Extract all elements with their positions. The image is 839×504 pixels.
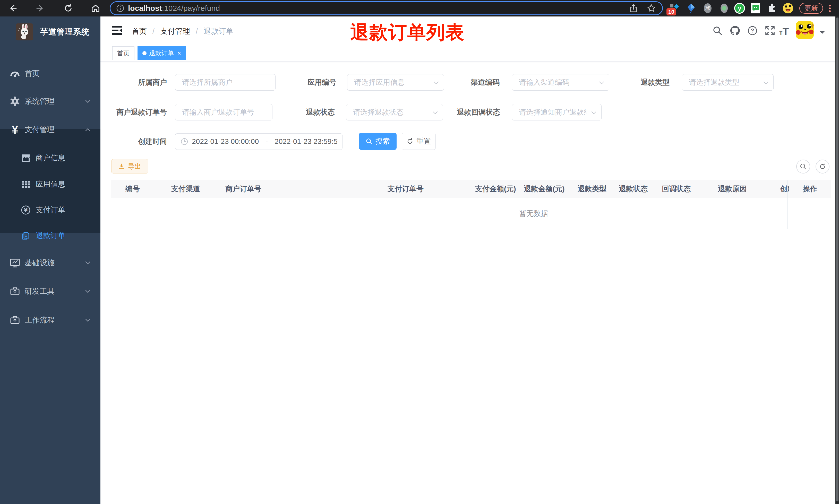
active-tab-dot (142, 51, 146, 55)
svg-text:y: y (738, 5, 742, 12)
svg-text:⌘: ⌘ (705, 5, 711, 12)
col-id[interactable]: 编号 (125, 180, 140, 198)
refresh-table-button[interactable] (816, 160, 829, 174)
sidebar-item-home[interactable]: 首页 (0, 61, 101, 87)
reset-button[interactable]: 重置 (402, 133, 436, 150)
share-icon[interactable] (629, 4, 638, 13)
extension-tiles-icon[interactable]: 10 (668, 3, 680, 14)
merchant-label: 所属商户 (108, 74, 167, 91)
browser-update-button[interactable]: 更新 (799, 3, 823, 14)
breadcrumb-home[interactable]: 首页 (132, 27, 147, 35)
extension-circle-icon[interactable] (718, 3, 730, 14)
channel-select[interactable]: 请输入渠道编码 (512, 74, 609, 91)
chevron-up-icon (84, 126, 92, 133)
extension-puzzle-icon[interactable] (766, 3, 778, 14)
shop-icon (21, 153, 31, 163)
logo-rabbit-image (16, 23, 33, 40)
avatar[interactable] (796, 21, 814, 39)
sidebar-item-dev-tools[interactable]: 研发工具 (0, 278, 101, 304)
create-time-label: 创建时间 (108, 133, 167, 150)
tab-home[interactable]: 首页 (112, 46, 135, 60)
merchant-refund-no-label: 商户退款订单号 (108, 104, 167, 121)
page-title: 退款订单列表 (350, 20, 465, 45)
merchant-refund-no-input[interactable] (175, 104, 272, 121)
extension-badge: 10 (666, 8, 676, 15)
col-pay-channel[interactable]: 支付渠道 (171, 180, 200, 198)
sidebar-item-pay-order[interactable]: ¥ 支付订单 (0, 197, 101, 223)
col-create-time[interactable]: 创建时间 (780, 180, 789, 198)
fullscreen-icon[interactable] (765, 25, 775, 36)
col-pay-amount[interactable]: 支付金额(元) (475, 180, 516, 198)
col-refund-type[interactable]: 退款类型 (577, 180, 606, 198)
toolbox-icon (9, 286, 21, 297)
sidebar-item-system[interactable]: 系统管理 (0, 89, 101, 114)
toggle-search-button[interactable] (796, 160, 810, 174)
create-time-range-picker[interactable]: 2022-01-23 00:00:00 - 2022-01-23 23:59:5… (175, 133, 342, 150)
github-icon[interactable] (730, 25, 740, 36)
extension-command-icon[interactable]: ⌘ (702, 3, 713, 14)
col-merchant-order[interactable]: 商户订单号 (225, 180, 262, 198)
notify-status-label: 退款回调状态 (441, 104, 500, 121)
search-button[interactable]: 搜索 (359, 133, 397, 150)
sidebar-item-merchant-info[interactable]: 商户信息 (0, 145, 101, 171)
app-select[interactable]: 请选择应用信息 (347, 74, 444, 91)
breadcrumb-pay[interactable]: 支付管理 (160, 27, 190, 35)
site-info-icon[interactable] (116, 4, 124, 12)
navbar: 首页 / 支付管理 / 退款订单 退款订单列表 ? тT (101, 17, 839, 44)
refund-status-label: 退款状态 (276, 104, 335, 121)
extension-chat-icon[interactable] (750, 3, 761, 14)
empty-text: 暂无数据 (495, 198, 572, 229)
refresh-icon[interactable] (64, 3, 73, 13)
chevron-down-icon (598, 79, 605, 86)
col-refund-amount[interactable]: 退款金额(元) (524, 180, 565, 198)
tab-refund-order[interactable]: 退款订单 × (138, 46, 186, 60)
sidebar-item-app-info[interactable]: 应用信息 (0, 172, 101, 197)
refund-type-select[interactable]: 请选择退款类型 (682, 74, 773, 91)
home-icon[interactable] (91, 3, 101, 13)
sidebar-item-pay[interactable]: ¥ 支付管理 (0, 117, 101, 143)
breadcrumb: 首页 / 支付管理 / 退款订单 (132, 26, 233, 37)
sidebar-item-infra[interactable]: 基础设施 (0, 250, 101, 276)
yen-icon: ¥ (9, 124, 21, 136)
avatar-caret-icon[interactable] (819, 31, 825, 37)
close-tab-icon[interactable]: × (177, 50, 181, 56)
col-refund-reason[interactable]: 退款原因 (718, 180, 747, 198)
col-refund-status[interactable]: 退款状态 (619, 180, 648, 198)
forward-icon[interactable] (36, 3, 45, 13)
chevron-down-icon (84, 259, 92, 267)
extension-emoji-icon[interactable] (782, 3, 794, 14)
channel-label: 渠道编码 (441, 74, 500, 91)
scrollbar-thumb[interactable] (836, 18, 838, 501)
merchant-select[interactable] (175, 74, 275, 91)
refund-type-label: 退款类型 (611, 74, 670, 91)
bookmark-star-icon[interactable] (647, 4, 656, 13)
extension-y-icon[interactable]: y (734, 3, 745, 14)
col-pay-order[interactable]: 支付订单号 (388, 180, 424, 198)
export-button[interactable]: 导出 (111, 159, 148, 174)
grid-icon (21, 179, 31, 190)
col-callback-status[interactable]: 回调状态 (662, 180, 691, 198)
search-icon (800, 163, 807, 170)
range-end-value[interactable]: 2022-01-23 23:59:59 (274, 138, 337, 146)
back-icon[interactable] (8, 3, 18, 13)
sidebar: 芋道管理系统 首页 系统管理 ¥ 支付管理 商户信息 应用信息 ¥ 支付订单 (0, 17, 101, 504)
url-text[interactable]: localhost:1024/pay/refund (128, 4, 220, 13)
col-actions[interactable]: 操作 (803, 180, 817, 198)
logo[interactable]: 芋道管理系统 (0, 17, 101, 47)
notify-status-select[interactable]: 请选择通知商户退款结果的 (512, 104, 602, 121)
font-size-icon[interactable]: тT (779, 26, 789, 37)
browser-menu-icon[interactable] (829, 4, 831, 13)
search-icon[interactable] (712, 25, 723, 36)
range-start-value[interactable]: 2022-01-23 00:00:00 (192, 138, 259, 146)
refund-status-select[interactable]: 请选择退款状态 (346, 104, 443, 121)
hamburger-icon[interactable] (112, 26, 122, 35)
help-icon[interactable]: ? (747, 25, 758, 36)
address-bar[interactable]: localhost:1024/pay/refund (110, 1, 663, 15)
window-scrollbar[interactable] (835, 17, 839, 504)
sidebar-item-workflow[interactable]: 工作流程 (0, 307, 101, 333)
sidebar-item-refund-order[interactable]: 退款订单 (0, 223, 101, 249)
extension-kite-icon[interactable] (685, 3, 697, 14)
clock-icon (180, 138, 188, 145)
document-icon (21, 231, 31, 241)
chevron-down-icon (84, 316, 92, 324)
